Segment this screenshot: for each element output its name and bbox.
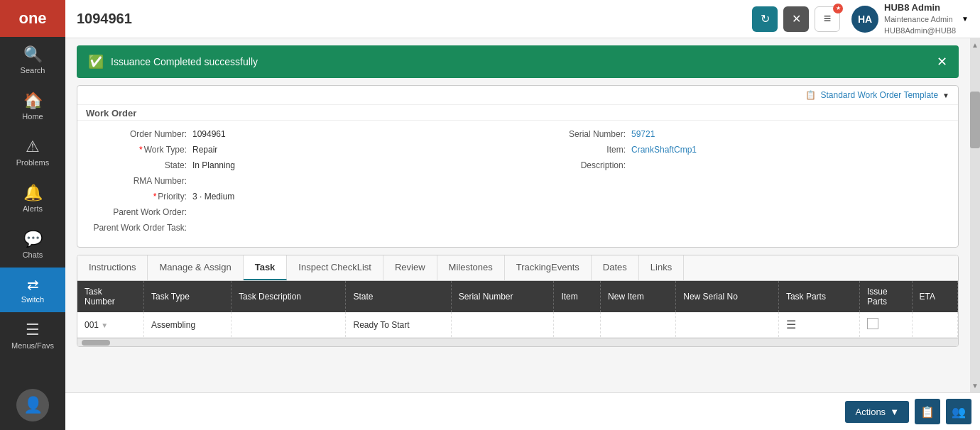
field-state: State: In Planning xyxy=(86,160,511,170)
sidebar-item-menus[interactable]: ☰ Menus/Favs xyxy=(0,312,65,358)
tab-milestones[interactable]: Milestones xyxy=(437,255,505,280)
field-description: Description: xyxy=(525,160,949,170)
field-rma: RMA Number: xyxy=(86,176,511,186)
field-serial-number: Serial Number: 59721 xyxy=(525,129,949,139)
field-parent-wo: Parent Work Order: xyxy=(86,207,511,217)
close-button[interactable]: ✕ xyxy=(783,6,809,32)
topbar-actions: ↻ ✕ ≡ ★ HA HUB8 Admin Maintenance Admin … xyxy=(752,1,969,36)
actions-label: Actions xyxy=(855,407,886,417)
sidebar-item-switch[interactable]: ⇄ Switch xyxy=(0,268,65,312)
field-parent-wo-task: Parent Work Order Task: xyxy=(86,223,511,233)
sidebar-item-home[interactable]: 🏠 Home xyxy=(0,83,65,129)
sidebar: one 🔍 Search 🏠 Home ⚠ Problems 🔔 Alerts … xyxy=(0,0,65,430)
cell-task-parts[interactable]: ☰ xyxy=(778,312,859,338)
col-eta: ETA xyxy=(912,281,957,312)
template-row: 📋 Standard Work Order Template ▼ xyxy=(77,86,958,105)
sidebar-item-label: Home xyxy=(22,112,43,121)
star-menu-area: ≡ ★ xyxy=(815,6,840,32)
actions-dropdown-arrow: ▼ xyxy=(890,407,899,417)
template-dropdown-arrow[interactable]: ▼ xyxy=(942,92,949,99)
table-header-row: TaskNumber Task Type Task Description St… xyxy=(77,281,958,312)
table-row: 001 ▼ Assembling Ready To Start ☰ xyxy=(77,312,958,338)
copy-button[interactable]: 📋 xyxy=(915,399,940,424)
tab-task[interactable]: Task xyxy=(244,255,288,280)
sidebar-item-label: Menus/Favs xyxy=(11,341,54,350)
search-icon: 🔍 xyxy=(23,45,43,64)
task-table: TaskNumber Task Type Task Description St… xyxy=(77,281,958,338)
work-order-card: 📋 Standard Work Order Template ▼ Work Or… xyxy=(77,85,959,248)
main-area: 1094961 ↻ ✕ ≡ ★ HA HUB8 Admin Mainten xyxy=(65,0,980,430)
cell-state: Ready To Start xyxy=(346,312,451,338)
tab-instructions[interactable]: Instructions xyxy=(77,255,148,280)
notification-badge: ★ xyxy=(833,4,843,13)
content-area: ✅ Issuance Completed successfully ✕ 📋 St… xyxy=(65,38,970,392)
group-icon: 👥 xyxy=(952,405,966,419)
user-email: HUB8Admin@HUB8 xyxy=(884,26,956,36)
user-avatar: HA xyxy=(851,6,878,33)
cell-new-serial-no xyxy=(676,312,779,338)
template-link[interactable]: Standard Work Order Template xyxy=(820,90,938,100)
col-task-type: Task Type xyxy=(144,281,232,312)
bottom-bar: Actions ▼ 📋 👥 xyxy=(65,392,980,430)
cell-issue-parts[interactable] xyxy=(859,312,912,338)
refresh-button[interactable]: ↻ xyxy=(752,6,778,32)
sidebar-item-alerts[interactable]: 🔔 Alerts xyxy=(0,175,65,221)
field-priority: *Priority: 3 · Medium xyxy=(86,192,511,202)
cell-task-description xyxy=(232,312,346,338)
problems-icon: ⚠ xyxy=(26,138,40,156)
col-item: Item xyxy=(554,281,601,312)
work-order-section-title: Work Order xyxy=(77,105,958,121)
user-avatar-sidebar[interactable]: 👤 xyxy=(16,389,49,421)
table-wrapper: TaskNumber Task Type Task Description St… xyxy=(77,281,958,346)
col-state: State xyxy=(346,281,451,312)
sidebar-item-chats[interactable]: 💬 Chats xyxy=(0,221,65,268)
task-parts-icon: ☰ xyxy=(786,319,796,331)
success-banner: ✅ Issuance Completed successfully ✕ xyxy=(77,45,959,78)
topbar: 1094961 ↻ ✕ ≡ ★ HA HUB8 Admin Mainten xyxy=(65,0,980,38)
tab-links[interactable]: Links xyxy=(639,255,684,280)
user-section: HA HUB8 Admin Maintenance Admin HUB8Admi… xyxy=(851,1,969,36)
close-icon: ✕ xyxy=(937,55,947,69)
user-dropdown-arrow[interactable]: ▼ xyxy=(962,15,969,23)
sidebar-item-label: Chats xyxy=(23,250,43,259)
cell-task-type: Assembling xyxy=(144,312,232,338)
menu-icon: ≡ xyxy=(824,11,832,26)
page-title: 1094961 xyxy=(77,11,752,27)
field-item: Item: CrankShaftCmp1 xyxy=(525,145,949,155)
tab-inspect-checklist[interactable]: Inspect CheckList xyxy=(287,255,383,280)
right-scrollbar[interactable]: ▲ ▼ xyxy=(970,38,980,392)
col-new-item: New Item xyxy=(601,281,676,312)
field-order-number: Order Number: 1094961 xyxy=(86,129,511,139)
tab-review[interactable]: Review xyxy=(383,255,437,280)
tab-tracking-events[interactable]: TrackingEvents xyxy=(505,255,592,280)
sidebar-item-label: Problems xyxy=(16,158,49,167)
col-new-serial-no: New Serial No xyxy=(676,281,779,312)
tab-manage-assign[interactable]: Manage & Assign xyxy=(148,255,243,280)
cell-new-item xyxy=(601,312,676,338)
home-icon: 🏠 xyxy=(23,92,43,110)
sidebar-item-label: Search xyxy=(21,66,45,75)
work-order-left: Order Number: 1094961 *Work Type: Repair… xyxy=(86,129,511,238)
actions-button[interactable]: Actions ▼ xyxy=(845,401,909,423)
cell-task-number: 001 ▼ xyxy=(77,312,144,338)
menus-icon: ☰ xyxy=(26,321,40,339)
tab-dates[interactable]: Dates xyxy=(592,255,639,280)
col-issue-parts: IssueParts xyxy=(859,281,912,312)
sidebar-item-label: Alerts xyxy=(23,204,43,213)
group-button[interactable]: 👥 xyxy=(946,399,971,424)
user-name: HUB8 Admin xyxy=(884,1,956,14)
horizontal-scrollbar[interactable] xyxy=(77,338,958,346)
logo: one xyxy=(0,0,65,37)
success-banner-left: ✅ Issuance Completed successfully xyxy=(88,54,258,70)
issue-parts-checkbox[interactable] xyxy=(867,318,878,329)
banner-message: Issuance Completed successfully xyxy=(111,56,258,67)
cell-serial-number xyxy=(451,312,554,338)
user-role: Maintenance Admin xyxy=(884,14,956,25)
cell-item xyxy=(554,312,601,338)
sidebar-item-search[interactable]: 🔍 Search xyxy=(0,37,65,83)
col-task-parts: Task Parts xyxy=(778,281,859,312)
sidebar-item-problems[interactable]: ⚠ Problems xyxy=(0,129,65,175)
sidebar-item-label: Switch xyxy=(21,295,44,304)
cell-eta xyxy=(912,312,957,338)
banner-close-button[interactable]: ✕ xyxy=(937,54,947,70)
